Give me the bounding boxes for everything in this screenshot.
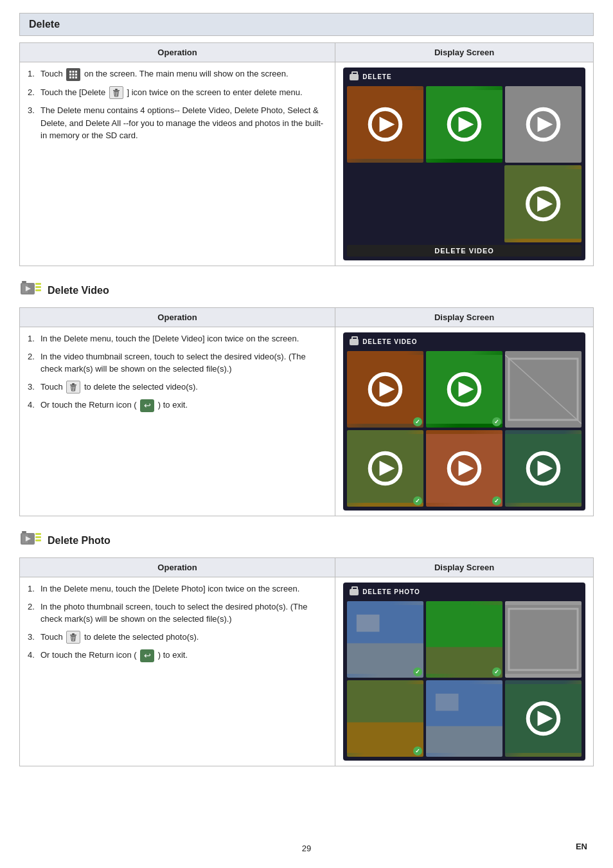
- dp-display-screen: DELETE PHOTO ✓: [335, 577, 594, 766]
- thumb-4: [504, 165, 582, 242]
- dv-thumb-grid-row2: ✓ ✓: [347, 430, 582, 507]
- svg-rect-29: [24, 284, 26, 293]
- dv-thumb-grid-row1: ✓ ✓: [347, 351, 582, 428]
- delete-video-title: Delete Video: [48, 285, 109, 296]
- delete-display-screen: DELETE: [335, 62, 594, 266]
- dp-step-2: 2. In the photo thumbnail screen, touch …: [28, 601, 327, 626]
- dp-thumb-1: ✓: [347, 601, 423, 678]
- svg-rect-61: [24, 534, 26, 543]
- delete-heading: Delete: [19, 13, 594, 36]
- dv-screen-preview: DELETE VIDEO ✓: [343, 332, 585, 511]
- svg-rect-1: [73, 71, 75, 73]
- svg-rect-60: [22, 534, 24, 543]
- svg-rect-3: [69, 73, 71, 75]
- dv-step-2: 2. In the video thumbnail screen, touch …: [28, 350, 327, 375]
- svg-rect-77: [505, 605, 582, 674]
- delete-photo-section-icon: [19, 529, 42, 552]
- dp-operation-header: Operation: [20, 558, 335, 577]
- dp-thumb-3: [505, 601, 582, 678]
- thumb-2: [426, 86, 502, 163]
- screen-title-text: DELETE: [362, 73, 391, 80]
- delete-photo-title: Delete Photo: [48, 535, 111, 547]
- svg-rect-82: [426, 727, 502, 754]
- svg-rect-5: [75, 73, 77, 75]
- dv-camera-icon: [350, 339, 359, 345]
- delete-thumb-grid: [347, 86, 582, 163]
- delete-photo-section: Delete Photo Operation Display Screen 1.…: [19, 529, 594, 766]
- delete-step-1: 1. Touch: [28, 68, 327, 81]
- dp-thumb-2: ✓: [426, 601, 502, 678]
- svg-rect-2: [75, 71, 77, 73]
- svg-rect-65: [35, 536, 41, 538]
- dv-thumb-2: ✓: [426, 351, 502, 428]
- svg-rect-59: [22, 531, 26, 533]
- dv-screen-title-bar: DELETE VIDEO: [347, 336, 582, 347]
- trash-icon-dp: [66, 631, 80, 644]
- delete-video-section: Delete Video Operation Display Screen 1.…: [19, 279, 594, 516]
- delete-photo-table: Operation Display Screen 1. In the Delet…: [19, 557, 594, 766]
- svg-rect-66: [35, 539, 41, 541]
- return-icon-dp: ↩: [140, 649, 154, 662]
- dv-thumb-4: ✓: [347, 430, 423, 507]
- dv-operation-header: Operation: [20, 308, 335, 327]
- dv-thumb-6: [505, 430, 582, 507]
- svg-rect-33: [35, 286, 41, 288]
- dp-screen-preview: DELETE PHOTO ✓: [343, 583, 585, 761]
- dv-step-4: 4. Or touch the Return icon ( ↩ ) to exi…: [28, 399, 327, 412]
- dv-step-1: 1. In the Delete menu, touch the [Delete…: [28, 332, 327, 345]
- delete-photo-heading-row: Delete Photo: [19, 529, 594, 552]
- svg-rect-68: [70, 635, 76, 636]
- dp-step-1: 1. In the Delete menu, touch the [Delete…: [28, 583, 327, 595]
- camera-icon: [350, 74, 359, 80]
- svg-rect-36: [70, 384, 76, 386]
- display-col-header: Display Screen: [335, 43, 594, 62]
- svg-rect-27: [22, 281, 26, 283]
- thumb-1: [347, 86, 423, 163]
- dp-thumb-6: [505, 680, 582, 757]
- svg-rect-73: [347, 644, 423, 674]
- delete-video-section-icon: [19, 279, 42, 302]
- delete-operations: 1. Touch: [20, 62, 335, 266]
- svg-rect-67: [72, 633, 75, 635]
- svg-rect-10: [113, 90, 120, 91]
- dp-thumb-grid-row1: ✓ ✓: [347, 601, 582, 678]
- dp-step-4: 4. Or touch the Return icon ( ↩ ) to exi…: [28, 649, 327, 662]
- delete-screen-preview: DELETE: [343, 68, 585, 260]
- dp-camera-icon: [350, 589, 359, 595]
- thumb-3: [505, 86, 582, 163]
- return-icon-dv: ↩: [140, 399, 154, 412]
- delete-step-3: 3. The Delete menu contains 4 options-- …: [28, 104, 327, 142]
- dv-thumb-3: [505, 351, 582, 428]
- operation-col-header: Operation: [20, 43, 335, 62]
- dv-thumb-1: ✓: [347, 351, 423, 428]
- svg-rect-35: [72, 383, 75, 384]
- delete-step-2: 2. Touch the [Delete: [28, 86, 327, 100]
- svg-rect-83: [436, 694, 459, 711]
- dv-thumb-5: ✓: [426, 430, 502, 507]
- dp-screen-title: DELETE PHOTO: [362, 588, 420, 595]
- dp-display-header: Display Screen: [335, 558, 594, 577]
- trash-icon-dv: [66, 381, 80, 393]
- screen-title-bar: DELETE: [347, 71, 582, 82]
- dv-display-screen: DELETE VIDEO ✓: [335, 327, 594, 516]
- dv-display-header: Display Screen: [335, 308, 594, 327]
- delete-video-table: Operation Display Screen 1. In the Delet…: [19, 307, 594, 516]
- delete-thumb-grid-row2: [347, 165, 582, 242]
- svg-rect-28: [22, 284, 24, 293]
- svg-rect-76: [426, 647, 502, 674]
- dv-operations: 1. In the Delete menu, touch the [Delete…: [20, 327, 335, 516]
- svg-rect-64: [35, 533, 41, 535]
- dp-step-3: 3. Touch: [28, 631, 327, 644]
- svg-rect-4: [73, 73, 75, 75]
- dp-thumb-grid-row2: ✓: [347, 680, 582, 757]
- svg-rect-80: [347, 723, 423, 754]
- delete-table: Operation Display Screen 1. Touch: [19, 42, 594, 266]
- svg-rect-32: [35, 283, 41, 285]
- grid-icon: [66, 68, 80, 81]
- delete-section: Delete Operation Display Screen 1. Touch: [19, 13, 594, 266]
- dv-screen-title: DELETE VIDEO: [362, 338, 417, 345]
- delete-video-heading-row: Delete Video: [19, 279, 594, 302]
- svg-rect-34: [35, 289, 41, 291]
- dv-step-3: 3. Touch: [28, 381, 327, 394]
- svg-rect-6: [69, 77, 71, 78]
